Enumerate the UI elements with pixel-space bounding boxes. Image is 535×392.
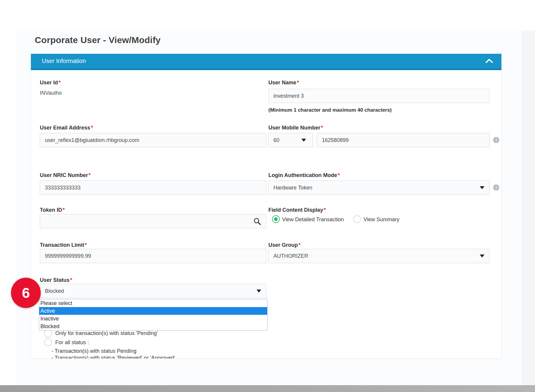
required-asterisk: *	[324, 207, 326, 213]
step-annotation-badge: 6	[11, 278, 41, 308]
screen: Corporate User - View/Modify User Inform…	[0, 0, 535, 392]
for-all-status-radio[interactable]	[44, 338, 52, 346]
required-asterisk: *	[63, 207, 65, 213]
user-name-input[interactable]: investment 3	[268, 89, 490, 103]
user-name-hint: (Minimum 1 character and maximum 40 char…	[268, 107, 392, 113]
user-group-select[interactable]: AUTHORIZER	[268, 249, 490, 263]
required-asterisk: *	[85, 242, 87, 248]
section-header-user-information[interactable]: User Information	[31, 54, 501, 70]
caret-down-icon	[301, 139, 306, 142]
user-name-label: User Name*	[268, 80, 299, 86]
dropdown-option-active[interactable]: Active	[39, 307, 267, 315]
required-asterisk: *	[89, 172, 91, 178]
user-status-dropdown-list: Please select Active Inactive Blocked	[39, 299, 268, 331]
user-nric-input[interactable]: 333333333333	[40, 181, 266, 195]
transaction-limit-label: Transaction Limit*	[40, 242, 87, 248]
dropdown-option-inactive[interactable]: Inactive	[39, 315, 267, 323]
view-summary-label: View Summary	[364, 216, 399, 223]
caret-down-icon	[480, 255, 484, 257]
radio-dot	[274, 217, 278, 221]
for-all-status-line-1: - Transaction(s) with status Pending	[51, 348, 136, 354]
token-id-label: Token ID*	[40, 207, 65, 213]
user-group-label: User Group*	[268, 242, 300, 248]
section-title: User Information	[42, 58, 86, 64]
login-auth-info-icon[interactable]: i	[493, 184, 499, 191]
caret-down-icon	[480, 186, 484, 189]
user-id-label: User Id*	[40, 80, 61, 86]
user-email-label: User Email Address*	[40, 125, 93, 131]
search-icon[interactable]	[253, 217, 261, 225]
required-asterisk: *	[91, 125, 93, 131]
for-all-status-label: For all status :	[55, 339, 89, 346]
required-asterisk: *	[298, 242, 300, 248]
for-all-status-line-2: - Transaction(s) with status 'Reviewed' …	[51, 355, 175, 359]
dropdown-option-blocked[interactable]: Blocked	[39, 323, 267, 330]
bottom-gray-bar	[0, 385, 535, 392]
required-asterisk: *	[70, 277, 72, 283]
required-asterisk: *	[321, 125, 323, 131]
caret-down-icon	[257, 290, 261, 293]
user-nric-label: User NRIC Number*	[40, 172, 91, 178]
user-id-value: INVautho	[40, 90, 62, 96]
user-mobile-label: User Mobile Number*	[268, 125, 323, 131]
transaction-limit-input[interactable]: 9999999999999.99	[40, 249, 266, 263]
view-detailed-transaction-label: View Detailed Transaction	[282, 216, 344, 223]
required-asterisk: *	[338, 172, 340, 178]
page-title: Corporate User - View/Modify	[35, 35, 160, 45]
right-margin-strip	[522, 31, 535, 392]
mobile-number-input[interactable]: 162580899	[317, 133, 490, 147]
view-detailed-transaction-radio[interactable]	[272, 215, 280, 223]
user-status-select[interactable]: Blocked	[40, 284, 266, 298]
token-id-input[interactable]	[40, 214, 266, 228]
user-email-input[interactable]: user_reflex1@bgiuatdom.rhbgroup.com	[40, 133, 266, 147]
required-asterisk: *	[59, 80, 61, 86]
dropdown-option-please-select[interactable]: Please select	[39, 299, 267, 307]
field-content-display-label: Field Content Display*	[268, 207, 326, 213]
chevron-up-icon[interactable]	[485, 58, 493, 64]
user-information-card: User Information User Id* INVautho User …	[31, 54, 502, 359]
required-asterisk: *	[297, 80, 299, 86]
user-status-label: User Status*	[40, 277, 72, 283]
only-pending-radio[interactable]	[44, 329, 52, 337]
only-pending-label: Only for transaction(s) with status 'Pen…	[55, 330, 158, 336]
login-auth-mode-select[interactable]: Hardware Token	[268, 181, 490, 195]
mobile-info-icon[interactable]: i	[493, 137, 499, 143]
country-code-select[interactable]: 60	[268, 133, 313, 147]
login-auth-mode-label: Login Authentication Mode*	[268, 172, 340, 178]
view-summary-radio[interactable]	[353, 215, 361, 223]
